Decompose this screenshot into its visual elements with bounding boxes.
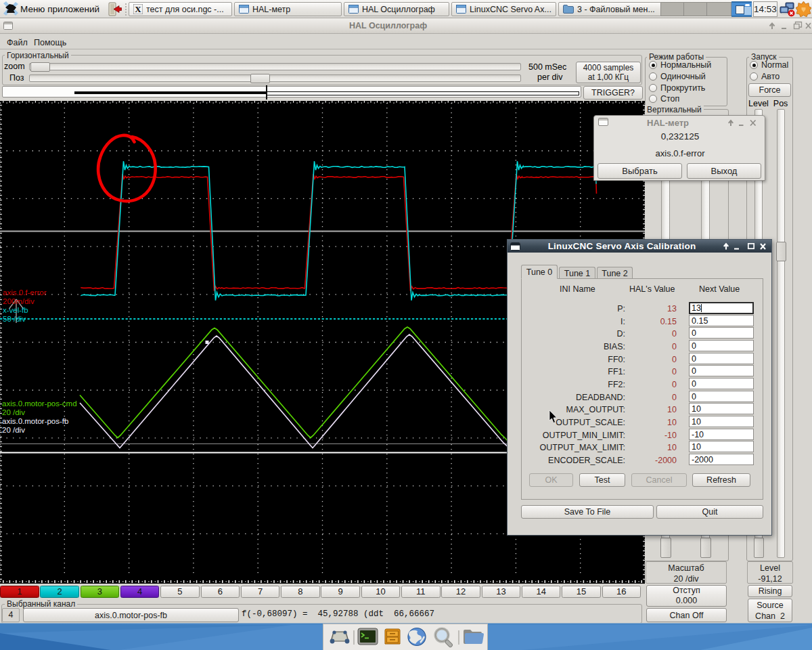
svg-text:x-vel-fb: x-vel-fb bbox=[3, 306, 28, 314]
svg-text:50 /div: 50 /div bbox=[3, 315, 26, 323]
svg-text:axis.0.motor-pos-cmd: axis.0.motor-pos-cmd bbox=[2, 399, 77, 408]
svg-text:200m/div: 200m/div bbox=[3, 297, 35, 305]
svg-text:20 /div: 20 /div bbox=[2, 408, 25, 416]
svg-text:20 /div: 20 /div bbox=[2, 426, 25, 434]
svg-text:axis.0.f-error: axis.0.f-error bbox=[3, 288, 47, 297]
svg-text:X: X bbox=[135, 4, 141, 14]
svg-text:axis.0.motor-pos-fb: axis.0.motor-pos-fb bbox=[2, 417, 68, 425]
